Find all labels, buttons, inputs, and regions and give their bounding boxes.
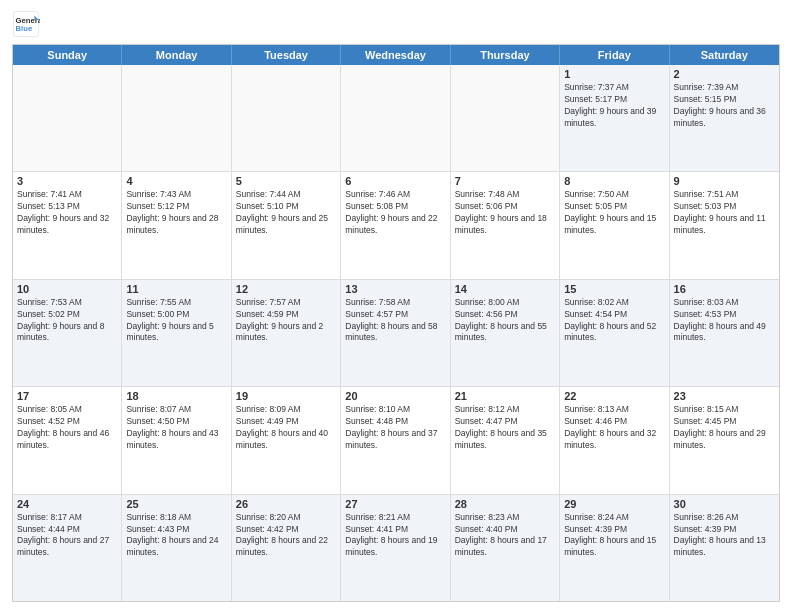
day-number: 13 xyxy=(345,283,445,295)
header-cell-monday: Monday xyxy=(122,45,231,65)
day-number: 22 xyxy=(564,390,664,402)
day-info: Sunrise: 7:50 AM Sunset: 5:05 PM Dayligh… xyxy=(564,189,664,237)
cal-cell xyxy=(13,65,122,171)
day-number: 6 xyxy=(345,175,445,187)
page: General Blue SundayMondayTuesdayWednesda… xyxy=(0,0,792,612)
cal-cell: 7Sunrise: 7:48 AM Sunset: 5:06 PM Daylig… xyxy=(451,172,560,278)
day-number: 5 xyxy=(236,175,336,187)
cal-cell: 13Sunrise: 7:58 AM Sunset: 4:57 PM Dayli… xyxy=(341,280,450,386)
cal-cell xyxy=(451,65,560,171)
cal-cell: 27Sunrise: 8:21 AM Sunset: 4:41 PM Dayli… xyxy=(341,495,450,601)
header-cell-friday: Friday xyxy=(560,45,669,65)
day-number: 21 xyxy=(455,390,555,402)
day-info: Sunrise: 8:02 AM Sunset: 4:54 PM Dayligh… xyxy=(564,297,664,345)
cal-cell: 8Sunrise: 7:50 AM Sunset: 5:05 PM Daylig… xyxy=(560,172,669,278)
day-number: 11 xyxy=(126,283,226,295)
header: General Blue xyxy=(12,10,780,38)
cal-cell: 16Sunrise: 8:03 AM Sunset: 4:53 PM Dayli… xyxy=(670,280,779,386)
cal-cell: 21Sunrise: 8:12 AM Sunset: 4:47 PM Dayli… xyxy=(451,387,560,493)
day-number: 15 xyxy=(564,283,664,295)
calendar-body: 1Sunrise: 7:37 AM Sunset: 5:17 PM Daylig… xyxy=(13,65,779,601)
svg-text:Blue: Blue xyxy=(16,24,33,33)
header-cell-wednesday: Wednesday xyxy=(341,45,450,65)
day-number: 12 xyxy=(236,283,336,295)
day-number: 27 xyxy=(345,498,445,510)
day-info: Sunrise: 8:13 AM Sunset: 4:46 PM Dayligh… xyxy=(564,404,664,452)
day-info: Sunrise: 8:18 AM Sunset: 4:43 PM Dayligh… xyxy=(126,512,226,560)
cal-cell: 3Sunrise: 7:41 AM Sunset: 5:13 PM Daylig… xyxy=(13,172,122,278)
day-number: 16 xyxy=(674,283,775,295)
day-info: Sunrise: 8:00 AM Sunset: 4:56 PM Dayligh… xyxy=(455,297,555,345)
day-info: Sunrise: 8:12 AM Sunset: 4:47 PM Dayligh… xyxy=(455,404,555,452)
calendar-header: SundayMondayTuesdayWednesdayThursdayFrid… xyxy=(13,45,779,65)
day-number: 26 xyxy=(236,498,336,510)
cal-cell: 25Sunrise: 8:18 AM Sunset: 4:43 PM Dayli… xyxy=(122,495,231,601)
header-cell-thursday: Thursday xyxy=(451,45,560,65)
day-info: Sunrise: 7:57 AM Sunset: 4:59 PM Dayligh… xyxy=(236,297,336,345)
day-info: Sunrise: 7:46 AM Sunset: 5:08 PM Dayligh… xyxy=(345,189,445,237)
day-info: Sunrise: 8:09 AM Sunset: 4:49 PM Dayligh… xyxy=(236,404,336,452)
day-number: 18 xyxy=(126,390,226,402)
day-info: Sunrise: 7:37 AM Sunset: 5:17 PM Dayligh… xyxy=(564,82,664,130)
cal-row-1: 3Sunrise: 7:41 AM Sunset: 5:13 PM Daylig… xyxy=(13,172,779,279)
cal-cell xyxy=(122,65,231,171)
cal-row-0: 1Sunrise: 7:37 AM Sunset: 5:17 PM Daylig… xyxy=(13,65,779,172)
day-number: 10 xyxy=(17,283,117,295)
day-info: Sunrise: 7:48 AM Sunset: 5:06 PM Dayligh… xyxy=(455,189,555,237)
cal-cell xyxy=(341,65,450,171)
header-cell-tuesday: Tuesday xyxy=(232,45,341,65)
cal-row-4: 24Sunrise: 8:17 AM Sunset: 4:44 PM Dayli… xyxy=(13,495,779,601)
day-info: Sunrise: 8:20 AM Sunset: 4:42 PM Dayligh… xyxy=(236,512,336,560)
day-info: Sunrise: 7:51 AM Sunset: 5:03 PM Dayligh… xyxy=(674,189,775,237)
day-number: 7 xyxy=(455,175,555,187)
day-number: 17 xyxy=(17,390,117,402)
day-number: 20 xyxy=(345,390,445,402)
day-info: Sunrise: 7:55 AM Sunset: 5:00 PM Dayligh… xyxy=(126,297,226,345)
cal-cell: 23Sunrise: 8:15 AM Sunset: 4:45 PM Dayli… xyxy=(670,387,779,493)
cal-cell: 1Sunrise: 7:37 AM Sunset: 5:17 PM Daylig… xyxy=(560,65,669,171)
day-number: 1 xyxy=(564,68,664,80)
day-number: 3 xyxy=(17,175,117,187)
cal-cell: 2Sunrise: 7:39 AM Sunset: 5:15 PM Daylig… xyxy=(670,65,779,171)
day-info: Sunrise: 8:10 AM Sunset: 4:48 PM Dayligh… xyxy=(345,404,445,452)
cal-cell: 6Sunrise: 7:46 AM Sunset: 5:08 PM Daylig… xyxy=(341,172,450,278)
day-info: Sunrise: 7:44 AM Sunset: 5:10 PM Dayligh… xyxy=(236,189,336,237)
day-info: Sunrise: 7:58 AM Sunset: 4:57 PM Dayligh… xyxy=(345,297,445,345)
cal-cell: 22Sunrise: 8:13 AM Sunset: 4:46 PM Dayli… xyxy=(560,387,669,493)
cal-cell: 24Sunrise: 8:17 AM Sunset: 4:44 PM Dayli… xyxy=(13,495,122,601)
day-info: Sunrise: 8:07 AM Sunset: 4:50 PM Dayligh… xyxy=(126,404,226,452)
calendar: SundayMondayTuesdayWednesdayThursdayFrid… xyxy=(12,44,780,602)
day-number: 4 xyxy=(126,175,226,187)
day-info: Sunrise: 8:26 AM Sunset: 4:39 PM Dayligh… xyxy=(674,512,775,560)
cal-cell: 4Sunrise: 7:43 AM Sunset: 5:12 PM Daylig… xyxy=(122,172,231,278)
header-cell-sunday: Sunday xyxy=(13,45,122,65)
svg-text:General: General xyxy=(16,16,41,25)
day-info: Sunrise: 7:43 AM Sunset: 5:12 PM Dayligh… xyxy=(126,189,226,237)
cal-cell: 11Sunrise: 7:55 AM Sunset: 5:00 PM Dayli… xyxy=(122,280,231,386)
day-number: 8 xyxy=(564,175,664,187)
cal-row-3: 17Sunrise: 8:05 AM Sunset: 4:52 PM Dayli… xyxy=(13,387,779,494)
day-info: Sunrise: 8:21 AM Sunset: 4:41 PM Dayligh… xyxy=(345,512,445,560)
day-info: Sunrise: 8:05 AM Sunset: 4:52 PM Dayligh… xyxy=(17,404,117,452)
cal-cell: 5Sunrise: 7:44 AM Sunset: 5:10 PM Daylig… xyxy=(232,172,341,278)
day-number: 29 xyxy=(564,498,664,510)
cal-cell: 17Sunrise: 8:05 AM Sunset: 4:52 PM Dayli… xyxy=(13,387,122,493)
day-number: 25 xyxy=(126,498,226,510)
cal-cell: 19Sunrise: 8:09 AM Sunset: 4:49 PM Dayli… xyxy=(232,387,341,493)
day-info: Sunrise: 8:17 AM Sunset: 4:44 PM Dayligh… xyxy=(17,512,117,560)
day-number: 9 xyxy=(674,175,775,187)
day-info: Sunrise: 8:15 AM Sunset: 4:45 PM Dayligh… xyxy=(674,404,775,452)
day-info: Sunrise: 8:24 AM Sunset: 4:39 PM Dayligh… xyxy=(564,512,664,560)
logo-icon: General Blue xyxy=(12,10,40,38)
cal-cell: 20Sunrise: 8:10 AM Sunset: 4:48 PM Dayli… xyxy=(341,387,450,493)
cal-cell xyxy=(232,65,341,171)
day-number: 30 xyxy=(674,498,775,510)
day-info: Sunrise: 8:03 AM Sunset: 4:53 PM Dayligh… xyxy=(674,297,775,345)
cal-cell: 29Sunrise: 8:24 AM Sunset: 4:39 PM Dayli… xyxy=(560,495,669,601)
header-cell-saturday: Saturday xyxy=(670,45,779,65)
day-info: Sunrise: 7:53 AM Sunset: 5:02 PM Dayligh… xyxy=(17,297,117,345)
day-number: 24 xyxy=(17,498,117,510)
day-number: 28 xyxy=(455,498,555,510)
day-info: Sunrise: 8:23 AM Sunset: 4:40 PM Dayligh… xyxy=(455,512,555,560)
cal-cell: 15Sunrise: 8:02 AM Sunset: 4:54 PM Dayli… xyxy=(560,280,669,386)
